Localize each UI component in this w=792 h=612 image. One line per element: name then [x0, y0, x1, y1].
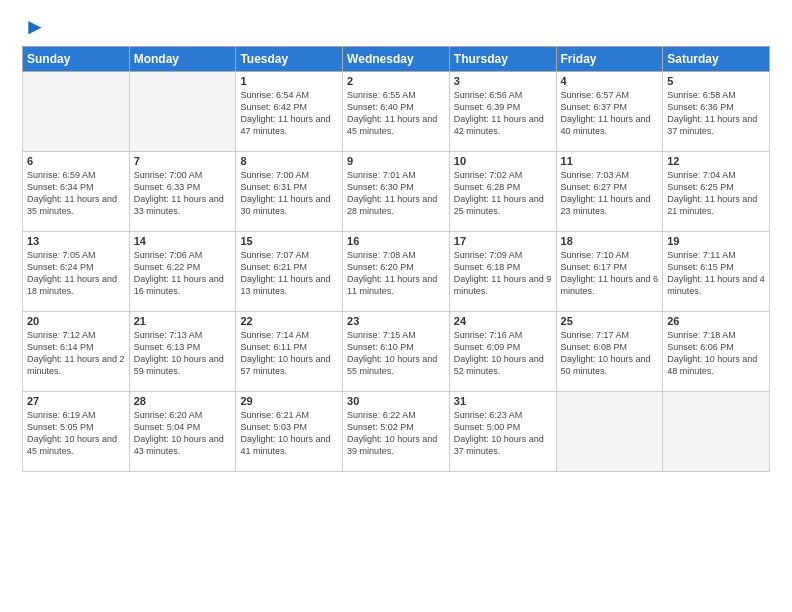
- day-number: 22: [240, 315, 338, 327]
- calendar-cell: 17Sunrise: 7:09 AM Sunset: 6:18 PM Dayli…: [449, 232, 556, 312]
- calendar-cell: 15Sunrise: 7:07 AM Sunset: 6:21 PM Dayli…: [236, 232, 343, 312]
- calendar-cell: 11Sunrise: 7:03 AM Sunset: 6:27 PM Dayli…: [556, 152, 663, 232]
- day-info: Sunrise: 7:11 AM Sunset: 6:15 PM Dayligh…: [667, 249, 765, 298]
- day-info: Sunrise: 7:01 AM Sunset: 6:30 PM Dayligh…: [347, 169, 445, 218]
- day-info: Sunrise: 7:13 AM Sunset: 6:13 PM Dayligh…: [134, 329, 232, 378]
- calendar-cell: 24Sunrise: 7:16 AM Sunset: 6:09 PM Dayli…: [449, 312, 556, 392]
- day-info: Sunrise: 6:57 AM Sunset: 6:37 PM Dayligh…: [561, 89, 659, 138]
- day-number: 14: [134, 235, 232, 247]
- day-number: 13: [27, 235, 125, 247]
- day-number: 27: [27, 395, 125, 407]
- weekday-row: SundayMondayTuesdayWednesdayThursdayFrid…: [23, 47, 770, 72]
- day-number: 24: [454, 315, 552, 327]
- day-number: 6: [27, 155, 125, 167]
- day-number: 3: [454, 75, 552, 87]
- day-number: 23: [347, 315, 445, 327]
- calendar-cell: [129, 72, 236, 152]
- weekday-header: Tuesday: [236, 47, 343, 72]
- day-number: 17: [454, 235, 552, 247]
- day-info: Sunrise: 6:19 AM Sunset: 5:05 PM Dayligh…: [27, 409, 125, 458]
- calendar-cell: 21Sunrise: 7:13 AM Sunset: 6:13 PM Dayli…: [129, 312, 236, 392]
- calendar-cell: 7Sunrise: 7:00 AM Sunset: 6:33 PM Daylig…: [129, 152, 236, 232]
- calendar-cell: [556, 392, 663, 472]
- day-info: Sunrise: 7:17 AM Sunset: 6:08 PM Dayligh…: [561, 329, 659, 378]
- weekday-header: Wednesday: [343, 47, 450, 72]
- day-info: Sunrise: 7:00 AM Sunset: 6:31 PM Dayligh…: [240, 169, 338, 218]
- calendar-cell: 2Sunrise: 6:55 AM Sunset: 6:40 PM Daylig…: [343, 72, 450, 152]
- day-info: Sunrise: 6:59 AM Sunset: 6:34 PM Dayligh…: [27, 169, 125, 218]
- day-info: Sunrise: 7:02 AM Sunset: 6:28 PM Dayligh…: [454, 169, 552, 218]
- calendar-body: 1Sunrise: 6:54 AM Sunset: 6:42 PM Daylig…: [23, 72, 770, 472]
- day-number: 25: [561, 315, 659, 327]
- calendar-cell: 9Sunrise: 7:01 AM Sunset: 6:30 PM Daylig…: [343, 152, 450, 232]
- weekday-header: Thursday: [449, 47, 556, 72]
- day-info: Sunrise: 6:22 AM Sunset: 5:02 PM Dayligh…: [347, 409, 445, 458]
- day-info: Sunrise: 7:16 AM Sunset: 6:09 PM Dayligh…: [454, 329, 552, 378]
- day-number: 11: [561, 155, 659, 167]
- day-number: 9: [347, 155, 445, 167]
- calendar-cell: [663, 392, 770, 472]
- logo-icon: ►: [24, 14, 46, 40]
- day-info: Sunrise: 6:23 AM Sunset: 5:00 PM Dayligh…: [454, 409, 552, 458]
- day-number: 15: [240, 235, 338, 247]
- day-info: Sunrise: 7:12 AM Sunset: 6:14 PM Dayligh…: [27, 329, 125, 378]
- calendar-cell: 22Sunrise: 7:14 AM Sunset: 6:11 PM Dayli…: [236, 312, 343, 392]
- day-info: Sunrise: 6:21 AM Sunset: 5:03 PM Dayligh…: [240, 409, 338, 458]
- calendar-week-row: 6Sunrise: 6:59 AM Sunset: 6:34 PM Daylig…: [23, 152, 770, 232]
- calendar-cell: 20Sunrise: 7:12 AM Sunset: 6:14 PM Dayli…: [23, 312, 130, 392]
- page: ► SundayMondayTuesdayWednesdayThursdayFr…: [0, 0, 792, 484]
- day-info: Sunrise: 7:14 AM Sunset: 6:11 PM Dayligh…: [240, 329, 338, 378]
- day-number: 31: [454, 395, 552, 407]
- calendar-cell: 28Sunrise: 6:20 AM Sunset: 5:04 PM Dayli…: [129, 392, 236, 472]
- calendar-cell: 3Sunrise: 6:56 AM Sunset: 6:39 PM Daylig…: [449, 72, 556, 152]
- day-info: Sunrise: 7:18 AM Sunset: 6:06 PM Dayligh…: [667, 329, 765, 378]
- calendar-cell: 31Sunrise: 6:23 AM Sunset: 5:00 PM Dayli…: [449, 392, 556, 472]
- calendar-cell: 19Sunrise: 7:11 AM Sunset: 6:15 PM Dayli…: [663, 232, 770, 312]
- calendar-cell: 10Sunrise: 7:02 AM Sunset: 6:28 PM Dayli…: [449, 152, 556, 232]
- calendar-cell: 5Sunrise: 6:58 AM Sunset: 6:36 PM Daylig…: [663, 72, 770, 152]
- day-number: 20: [27, 315, 125, 327]
- day-info: Sunrise: 7:08 AM Sunset: 6:20 PM Dayligh…: [347, 249, 445, 298]
- calendar-cell: 23Sunrise: 7:15 AM Sunset: 6:10 PM Dayli…: [343, 312, 450, 392]
- calendar-cell: 29Sunrise: 6:21 AM Sunset: 5:03 PM Dayli…: [236, 392, 343, 472]
- day-info: Sunrise: 6:55 AM Sunset: 6:40 PM Dayligh…: [347, 89, 445, 138]
- day-number: 4: [561, 75, 659, 87]
- calendar-table: SundayMondayTuesdayWednesdayThursdayFrid…: [22, 46, 770, 472]
- weekday-header: Sunday: [23, 47, 130, 72]
- calendar-week-row: 1Sunrise: 6:54 AM Sunset: 6:42 PM Daylig…: [23, 72, 770, 152]
- day-number: 8: [240, 155, 338, 167]
- day-info: Sunrise: 7:00 AM Sunset: 6:33 PM Dayligh…: [134, 169, 232, 218]
- day-number: 12: [667, 155, 765, 167]
- day-number: 29: [240, 395, 338, 407]
- weekday-header: Friday: [556, 47, 663, 72]
- weekday-header: Saturday: [663, 47, 770, 72]
- calendar-cell: 8Sunrise: 7:00 AM Sunset: 6:31 PM Daylig…: [236, 152, 343, 232]
- day-info: Sunrise: 7:15 AM Sunset: 6:10 PM Dayligh…: [347, 329, 445, 378]
- weekday-header: Monday: [129, 47, 236, 72]
- calendar-week-row: 27Sunrise: 6:19 AM Sunset: 5:05 PM Dayli…: [23, 392, 770, 472]
- calendar-cell: 26Sunrise: 7:18 AM Sunset: 6:06 PM Dayli…: [663, 312, 770, 392]
- day-info: Sunrise: 7:06 AM Sunset: 6:22 PM Dayligh…: [134, 249, 232, 298]
- day-info: Sunrise: 7:04 AM Sunset: 6:25 PM Dayligh…: [667, 169, 765, 218]
- header: ►: [22, 18, 770, 40]
- day-info: Sunrise: 7:05 AM Sunset: 6:24 PM Dayligh…: [27, 249, 125, 298]
- day-number: 18: [561, 235, 659, 247]
- day-number: 10: [454, 155, 552, 167]
- calendar-cell: 6Sunrise: 6:59 AM Sunset: 6:34 PM Daylig…: [23, 152, 130, 232]
- day-number: 30: [347, 395, 445, 407]
- calendar-cell: 14Sunrise: 7:06 AM Sunset: 6:22 PM Dayli…: [129, 232, 236, 312]
- calendar-cell: 16Sunrise: 7:08 AM Sunset: 6:20 PM Dayli…: [343, 232, 450, 312]
- calendar-cell: 27Sunrise: 6:19 AM Sunset: 5:05 PM Dayli…: [23, 392, 130, 472]
- day-info: Sunrise: 7:10 AM Sunset: 6:17 PM Dayligh…: [561, 249, 659, 298]
- day-number: 28: [134, 395, 232, 407]
- day-number: 19: [667, 235, 765, 247]
- logo: ►: [22, 18, 46, 40]
- day-number: 21: [134, 315, 232, 327]
- calendar-week-row: 13Sunrise: 7:05 AM Sunset: 6:24 PM Dayli…: [23, 232, 770, 312]
- calendar-cell: 4Sunrise: 6:57 AM Sunset: 6:37 PM Daylig…: [556, 72, 663, 152]
- day-info: Sunrise: 6:20 AM Sunset: 5:04 PM Dayligh…: [134, 409, 232, 458]
- calendar-cell: [23, 72, 130, 152]
- day-info: Sunrise: 6:56 AM Sunset: 6:39 PM Dayligh…: [454, 89, 552, 138]
- day-number: 7: [134, 155, 232, 167]
- calendar-cell: 1Sunrise: 6:54 AM Sunset: 6:42 PM Daylig…: [236, 72, 343, 152]
